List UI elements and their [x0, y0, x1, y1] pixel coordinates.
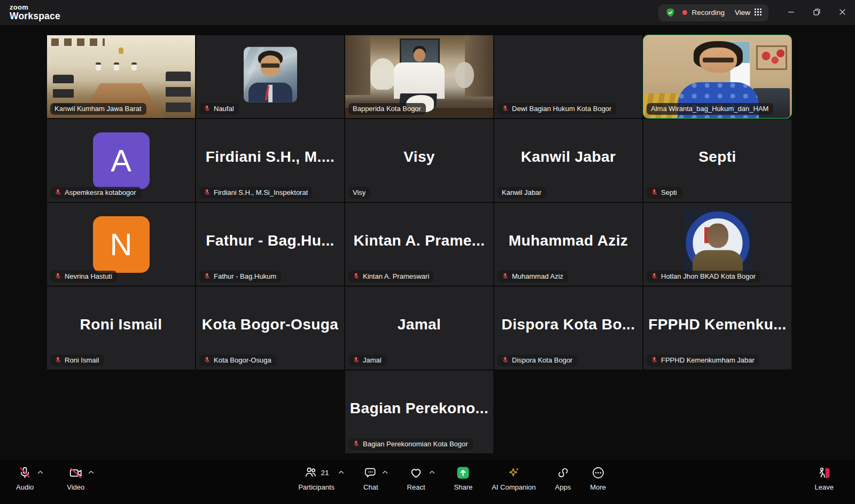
- camera-muted-icon: [69, 466, 83, 480]
- participant-tile[interactable]: Kanwil JabarKanwil Jabar: [494, 119, 642, 202]
- recording-indicator: Recording: [682, 9, 725, 17]
- more-label: More: [590, 483, 606, 491]
- recording-label: Recording: [691, 9, 725, 17]
- participant-tile[interactable]: Naufal: [196, 35, 344, 118]
- participant-tile[interactable]: Bagian Perekono...Bagian Perekonomian Ko…: [345, 371, 493, 453]
- more-button[interactable]: More: [590, 466, 606, 491]
- muted-mic-icon: [353, 273, 360, 280]
- scene-shape: [244, 46, 297, 102]
- logo-zoom-text: zoom: [10, 4, 60, 11]
- participant-name-label: FPPHD Kemenkumham Jabar: [661, 356, 755, 364]
- toolbar-left: Audio Video: [0, 466, 135, 491]
- participant-display-name: Kanwil Jabar: [494, 119, 642, 194]
- chat-group: Chat: [363, 466, 387, 491]
- participant-display-name: Jamal: [345, 287, 493, 362]
- audio-button[interactable]: Audio: [16, 466, 34, 491]
- meeting-toolbar: Audio Video: [0, 460, 855, 504]
- participant-tile[interactable]: Roni IsmailRoni Ismail: [47, 287, 195, 369]
- ai-companion-button[interactable]: AI Companion: [492, 466, 535, 491]
- participant-display-name: Kota Bogor-Osuga: [196, 287, 344, 362]
- participant-name-label: Alma Wiranta_bag_Hukum_dan_HAM: [651, 105, 768, 113]
- leave-icon: [817, 466, 831, 480]
- participants-button[interactable]: 21 Participants: [298, 466, 335, 491]
- participant-name-label: Kanwil Kumham Jawa Barat: [55, 105, 142, 113]
- participant-tile[interactable]: Dewi Bagian Hukum Kota Bogor: [494, 35, 642, 118]
- participant-tile[interactable]: JamalJamal: [345, 287, 493, 369]
- participants-group: 21 Participants: [298, 466, 344, 491]
- participant-name-label: Firdiani S.H., M.Si_Inspektorat: [214, 188, 308, 196]
- participant-tile[interactable]: Alma Wiranta_bag_Hukum_dan_HAM: [643, 35, 791, 118]
- minimize-icon: [788, 8, 795, 18]
- muted-mic-icon: [55, 273, 61, 280]
- participant-name-label: Dispora Kota Bogor: [512, 356, 572, 364]
- view-button[interactable]: View: [732, 9, 761, 17]
- more-icon: [592, 466, 605, 480]
- participant-tile[interactable]: Kota Bogor-OsugaKota Bogor-Osuga: [196, 287, 344, 369]
- muted-mic-icon: [502, 105, 509, 112]
- participants-icon: [304, 466, 317, 481]
- scene-shape: [756, 45, 787, 70]
- participant-display-name: Septi: [643, 119, 791, 194]
- participant-tile[interactable]: Firdiani S.H., M....Firdiani S.H., M.Si_…: [196, 119, 344, 202]
- muted-mic-icon: [55, 357, 61, 364]
- muted-mic-icon: [353, 440, 360, 447]
- scene-shape: [345, 35, 370, 95]
- participant-tile[interactable]: Bapperida Kota Bogor: [345, 35, 493, 118]
- react-button[interactable]: React: [407, 466, 425, 491]
- video-options-chevron[interactable]: [88, 470, 94, 474]
- participant-tile[interactable]: AAspemkesra kotabogor: [47, 119, 195, 202]
- scene-shape: [370, 58, 395, 90]
- react-options-chevron[interactable]: [429, 470, 435, 474]
- video-label: Video: [67, 483, 84, 491]
- participant-display-name: Bagian Perekono...: [345, 371, 493, 446]
- participant-tile[interactable]: NNevrina Hastuti: [47, 203, 195, 286]
- participant-tile[interactable]: Muhammad AzizMuhammad Aziz: [494, 203, 642, 286]
- participant-name-pill: Naufal: [199, 103, 239, 115]
- participant-tile[interactable]: SeptiSepti: [643, 119, 791, 202]
- maximize-icon: [813, 8, 820, 18]
- participant-display-name: Dispora Kota Bo...: [494, 287, 642, 362]
- react-label: React: [407, 483, 425, 491]
- participant-name-label: Aspemkesra kotabogor: [65, 188, 136, 196]
- view-grid-icon: [755, 9, 761, 17]
- video-button[interactable]: Video: [67, 466, 84, 491]
- participant-tile[interactable]: Dispora Kota Bo...Dispora Kota Bogor: [494, 287, 642, 369]
- share-label: Share: [454, 483, 473, 491]
- participant-tile[interactable]: Hotlan Jhon BKAD Kota Bogor: [643, 203, 791, 286]
- participant-name-label: Hotlan Jhon BKAD Kota Bogor: [661, 272, 756, 280]
- participant-name-pill: Visy: [348, 187, 370, 199]
- participants-options-chevron[interactable]: [338, 470, 344, 474]
- participant-name-label: Kanwil Jabar: [502, 188, 541, 196]
- apps-button[interactable]: Apps: [555, 466, 571, 491]
- participant-tile[interactable]: Kanwil Kumham Jawa Barat: [47, 35, 195, 118]
- ai-companion-icon: [507, 466, 520, 480]
- minimize-button[interactable]: [778, 0, 804, 25]
- close-button[interactable]: [829, 0, 855, 25]
- participant-tile[interactable]: VisyVisy: [345, 119, 493, 202]
- participant-name-pill: Roni Ismail: [50, 355, 104, 366]
- maximize-button[interactable]: [804, 0, 829, 25]
- scene-shape: [261, 64, 279, 68]
- leave-button[interactable]: Leave: [815, 466, 834, 491]
- security-shield-icon[interactable]: [665, 7, 675, 18]
- participant-name-label: Roni Ismail: [65, 356, 99, 364]
- audio-label: Audio: [16, 483, 34, 491]
- chat-options-chevron[interactable]: [382, 470, 388, 474]
- participant-name-label: Septi: [661, 188, 677, 196]
- participant-tile[interactable]: Kintan A. Prame...Kintan A. Prameswari: [345, 203, 493, 286]
- participant-name-pill: Fathur - Bag.Hukum: [199, 271, 281, 282]
- share-button[interactable]: Share: [454, 466, 473, 491]
- participant-display-name: FPPHD Kemenku...: [643, 287, 791, 362]
- chat-button[interactable]: Chat: [363, 466, 378, 491]
- participant-name-pill: Alma Wiranta_bag_Hukum_dan_HAM: [647, 103, 773, 115]
- muted-mic-icon: [502, 273, 509, 280]
- toolbar-right: Leave: [770, 466, 855, 491]
- audio-options-chevron[interactable]: [37, 470, 43, 474]
- participant-tile[interactable]: FPPHD Kemenku...FPPHD Kemenkumham Jabar: [643, 287, 791, 369]
- heart-react-icon: [409, 466, 423, 480]
- meeting-stage: Kanwil Kumham Jawa BaratNaufalBapperida …: [0, 25, 855, 460]
- scene-shape: [119, 48, 123, 54]
- participant-tile[interactable]: Fathur - Bag.Hu...Fathur - Bag.Hukum: [196, 203, 344, 286]
- muted-mic-icon: [651, 357, 658, 364]
- audio-group: Audio: [16, 466, 43, 491]
